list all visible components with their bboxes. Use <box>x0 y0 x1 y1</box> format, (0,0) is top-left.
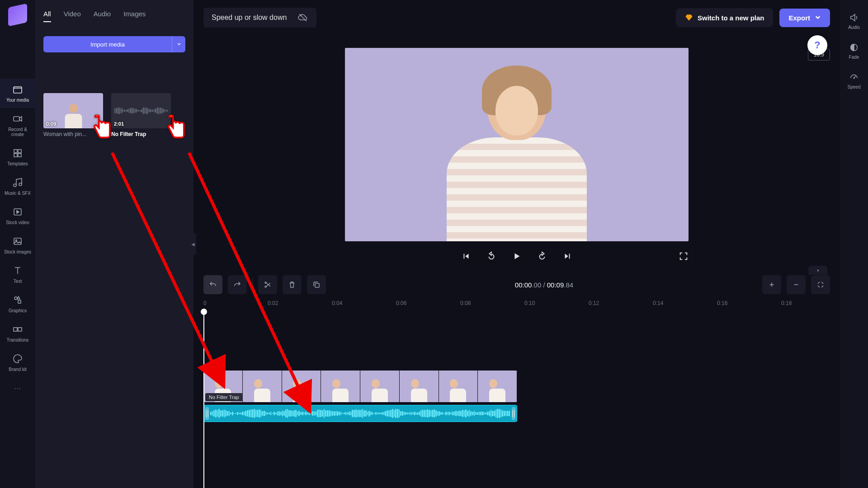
media-title: No Filter Trap <box>111 131 171 137</box>
nav-stock-images[interactable]: Stock images <box>0 230 35 260</box>
shapes-icon <box>12 295 23 305</box>
import-media-label: Import media <box>43 41 172 48</box>
timeline-collapse-handle[interactable]: ▾ <box>808 266 827 275</box>
nav-label: Stock video <box>6 220 29 225</box>
timecode-display: 00:00.00 / 00:09.84 <box>331 281 757 289</box>
prop-audio[interactable]: Audio <box>846 8 862 34</box>
svg-rect-18 <box>315 283 319 287</box>
svg-point-16 <box>265 282 266 283</box>
nav-stock-video[interactable]: Stock video <box>0 201 35 230</box>
nav-music-sfx[interactable]: Music & SFX <box>0 172 35 201</box>
nav-graphics[interactable]: Graphics <box>0 289 35 319</box>
tab-all[interactable]: All <box>43 10 51 22</box>
zoom-in-button[interactable] <box>762 275 781 294</box>
nav-record-create[interactable]: Record & create <box>0 108 35 142</box>
playhead[interactable] <box>203 311 204 488</box>
svg-rect-1 <box>14 117 19 121</box>
tab-images[interactable]: Images <box>123 10 146 22</box>
topbar: Speed up or slow down Switch to a new pl… <box>193 0 840 35</box>
folder-icon <box>12 84 23 95</box>
svg-rect-3 <box>18 150 21 153</box>
rewind-icon[interactable] <box>486 251 496 261</box>
timeline-area: ▾ 00:00.00 / 00:09.84 00:020:040:060:080… <box>193 272 840 488</box>
delete-button[interactable] <box>283 275 302 294</box>
svg-rect-14 <box>18 328 22 331</box>
preview-canvas[interactable] <box>345 48 689 241</box>
nav-your-media[interactable]: Your media <box>0 79 35 108</box>
duplicate-button[interactable] <box>307 275 326 294</box>
project-title-input[interactable]: Speed up or slow down <box>203 8 316 28</box>
music-icon <box>12 177 23 188</box>
prop-fade[interactable]: Fade <box>847 38 861 64</box>
project-title-text: Speed up or slow down <box>212 14 287 22</box>
nav-label: Transitions <box>7 338 29 343</box>
export-button[interactable]: Export <box>779 9 830 27</box>
svg-rect-12 <box>18 300 21 303</box>
nav-transitions[interactable]: Transitions <box>0 319 35 348</box>
chevron-down-icon <box>177 42 181 47</box>
media-item-video[interactable]: 0:09 Woman with pin... <box>43 93 103 137</box>
nav-text[interactable]: Text <box>0 260 35 289</box>
media-thumbnail: 0:09 <box>43 93 103 128</box>
svg-rect-2 <box>14 150 17 153</box>
palette-icon <box>12 353 23 364</box>
skip-end-icon[interactable] <box>562 251 572 261</box>
import-media-dropdown[interactable] <box>172 36 185 52</box>
svg-point-6 <box>14 184 16 187</box>
media-thumbnail: 2:01 <box>111 93 171 128</box>
split-button[interactable] <box>258 275 277 294</box>
fullscreen-icon[interactable] <box>679 251 689 261</box>
forward-icon[interactable] <box>537 251 547 261</box>
switch-plan-button[interactable]: Switch to a new plan <box>676 8 774 27</box>
media-duration: 2:01 <box>114 121 124 127</box>
tab-video[interactable]: Video <box>64 10 81 22</box>
nav-label: Music & SFX <box>5 191 31 196</box>
timeline-ruler[interactable]: 00:020:040:060:080:100:120:140:160:18 <box>193 297 840 311</box>
zoom-fit-button[interactable] <box>811 275 830 294</box>
media-title: Woman with pin... <box>43 131 103 137</box>
tab-audio[interactable]: Audio <box>94 10 111 22</box>
film-icon <box>12 206 23 217</box>
clip-trim-handle-left[interactable]: || <box>205 407 209 420</box>
speed-icon <box>849 72 859 82</box>
svg-point-7 <box>19 183 22 186</box>
media-panel: All Video Audio Images Import media 0:09… <box>35 0 193 488</box>
nav-label: Graphics <box>9 308 27 313</box>
svg-rect-4 <box>14 154 17 157</box>
export-label: Export <box>788 14 810 22</box>
nav-brand-kit[interactable]: Brand kit <box>0 348 35 377</box>
play-icon[interactable] <box>512 251 522 261</box>
fade-icon <box>849 42 859 52</box>
nav-label: Text <box>14 279 22 284</box>
import-media-button[interactable]: Import media <box>43 36 185 52</box>
media-item-audio[interactable]: 2:01 No Filter Trap <box>111 93 171 137</box>
svg-point-20 <box>854 78 854 79</box>
audio-clip[interactable]: || || <box>203 405 517 422</box>
right-properties-rail: Audio Fade Speed <box>840 0 868 488</box>
left-nav-rail: Your media Record & create Templates Mus… <box>0 0 35 488</box>
image-icon <box>12 236 23 247</box>
nav-label: Stock images <box>4 249 31 254</box>
playback-controls <box>345 251 689 261</box>
svg-rect-5 <box>18 154 21 157</box>
media-duration: 0:09 <box>46 121 56 127</box>
help-button[interactable]: ? <box>807 35 827 55</box>
nav-templates[interactable]: Templates <box>0 142 35 172</box>
audio-clip-label: No Filter Trap <box>205 393 243 401</box>
redo-button[interactable] <box>228 275 247 294</box>
prop-speed[interactable]: Speed <box>846 68 863 94</box>
video-clip[interactable] <box>203 371 517 402</box>
text-icon <box>12 265 23 276</box>
timeline-tracks[interactable]: No Filter Trap || || <box>193 311 840 488</box>
nav-more[interactable]: … <box>0 377 35 396</box>
nav-label: Your media <box>6 98 29 103</box>
zoom-out-button[interactable] <box>787 275 806 294</box>
skip-start-icon[interactable] <box>461 251 471 261</box>
svg-rect-9 <box>14 238 21 244</box>
undo-button[interactable] <box>203 275 222 294</box>
timeline-toolbar: 00:00.00 / 00:09.84 <box>193 272 840 297</box>
preview-area: 16:9 ? <box>193 35 840 272</box>
media-grid: 0:09 Woman with pin... 2:01 No Filter Tr… <box>43 93 185 137</box>
clip-trim-handle-right[interactable]: || <box>512 407 515 420</box>
svg-rect-0 <box>14 87 22 93</box>
